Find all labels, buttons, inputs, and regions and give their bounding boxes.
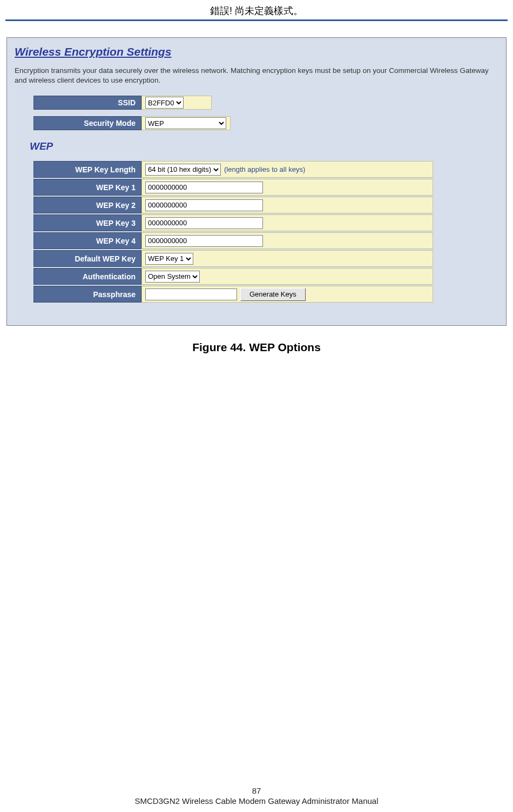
authentication-row: Authentication Open System [33, 268, 433, 285]
passphrase-input[interactable] [145, 288, 237, 300]
ssid-row: SSID B2FFD0 [33, 95, 498, 110]
manual-title: SMCD3GN2 Wireless Cable Modem Gateway Ad… [0, 796, 513, 806]
wep-key1-label: WEP Key 1 [33, 179, 141, 196]
wep-key1-value-cell [141, 179, 433, 196]
page-header-error: 錯誤! 尚未定義樣式。 [5, 0, 508, 19]
wep-key2-value-cell [141, 197, 433, 213]
security-mode-select[interactable]: WEP [145, 117, 226, 129]
security-mode-value-cell: WEP [141, 116, 231, 130]
wep-key3-label: WEP Key 3 [33, 214, 141, 231]
wep-key-length-label: WEP Key Length [33, 161, 141, 178]
wep-key2-input[interactable] [145, 199, 263, 211]
ssid-value-cell: B2FFD0 [141, 96, 212, 110]
generate-keys-button[interactable]: Generate Keys [240, 288, 306, 301]
panel-title: Wireless Encryption Settings [15, 45, 498, 58]
default-wep-key-label: Default WEP Key [33, 250, 141, 267]
wep-key-length-hint: (length applies to all keys) [224, 165, 305, 173]
panel-description: Encryption transmits your data securely … [15, 66, 498, 85]
wep-key1-row: WEP Key 1 [33, 179, 433, 196]
header-divider [5, 19, 508, 21]
wep-key3-row: WEP Key 3 [33, 214, 433, 231]
figure-caption: Figure 44. WEP Options [5, 341, 508, 354]
wep-key4-row: WEP Key 4 [33, 232, 433, 249]
passphrase-label: Passphrase [33, 286, 141, 303]
wep-key3-value-cell [141, 214, 433, 231]
wep-key4-input[interactable] [145, 235, 263, 247]
wep-key4-label: WEP Key 4 [33, 232, 141, 249]
page-footer: 87 SMCD3GN2 Wireless Cable Modem Gateway… [0, 786, 513, 806]
page-number: 87 [0, 786, 513, 795]
default-wep-key-value-cell: WEP Key 1 [141, 250, 433, 267]
settings-panel: Wireless Encryption Settings Encryption … [6, 37, 507, 326]
wep-key-length-value-cell: 64 bit (10 hex digits) (length applies t… [141, 161, 433, 178]
security-mode-row: Security Mode WEP [33, 116, 498, 131]
default-wep-key-select[interactable]: WEP Key 1 [145, 253, 193, 265]
wep-key-length-row: WEP Key Length 64 bit (10 hex digits) (l… [33, 161, 433, 178]
authentication-value-cell: Open System [141, 268, 433, 285]
default-wep-key-row: Default WEP Key WEP Key 1 [33, 250, 433, 267]
passphrase-value-cell: Generate Keys [141, 286, 433, 303]
authentication-label: Authentication [33, 268, 141, 285]
security-mode-label: Security Mode [33, 116, 141, 130]
wep-key4-value-cell [141, 232, 433, 249]
authentication-select[interactable]: Open System [145, 271, 200, 283]
wep-section-title: WEP [30, 140, 498, 152]
ssid-select[interactable]: B2FFD0 [145, 97, 184, 109]
wep-key1-input[interactable] [145, 182, 263, 193]
wep-key-length-select[interactable]: 64 bit (10 hex digits) [145, 164, 221, 176]
wep-key3-input[interactable] [145, 217, 263, 229]
wep-key2-label: WEP Key 2 [33, 197, 141, 213]
wep-key2-row: WEP Key 2 [33, 197, 433, 213]
ssid-label: SSID [33, 96, 141, 110]
passphrase-row: Passphrase Generate Keys [33, 286, 433, 303]
